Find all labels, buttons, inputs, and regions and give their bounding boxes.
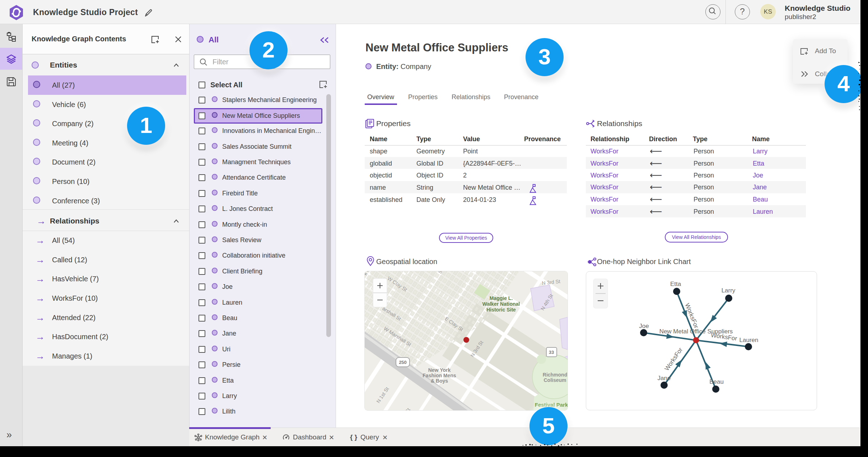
svg-text:Richmond: Richmond bbox=[543, 372, 567, 378]
svg-text:Lauren: Lauren bbox=[739, 337, 759, 343]
svg-text:Walker National: Walker National bbox=[482, 301, 520, 307]
svg-text:Joe: Joe bbox=[639, 323, 649, 329]
svg-text:Beau: Beau bbox=[709, 378, 724, 385]
svg-text:& Boys: & Boys bbox=[431, 378, 448, 384]
svg-text:Coliseum: Coliseum bbox=[543, 377, 566, 383]
svg-text:Historic Site: Historic Site bbox=[486, 307, 516, 313]
svg-text:250: 250 bbox=[399, 360, 407, 365]
svg-text:WorksFor: WorksFor bbox=[663, 346, 684, 372]
svg-text:Festival Park: Festival Park bbox=[535, 402, 568, 408]
svg-text:Jane: Jane bbox=[658, 375, 671, 382]
svg-text:WorksFor: WorksFor bbox=[710, 332, 738, 342]
svg-text:Larry: Larry bbox=[722, 287, 736, 294]
svg-text:33: 33 bbox=[549, 350, 554, 355]
svg-text:Etta: Etta bbox=[670, 281, 681, 287]
svg-text:Fashion Mens: Fashion Mens bbox=[423, 373, 456, 378]
svg-text:New York: New York bbox=[428, 367, 451, 373]
svg-text:Maggie L.: Maggie L. bbox=[490, 295, 513, 301]
